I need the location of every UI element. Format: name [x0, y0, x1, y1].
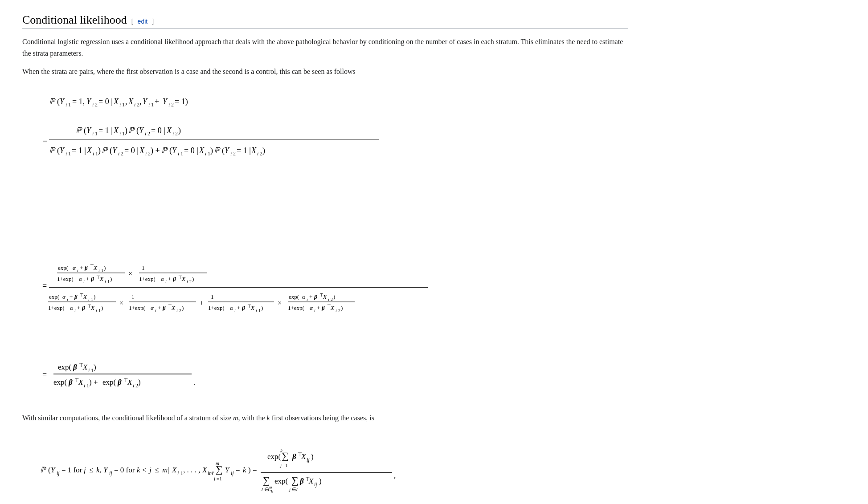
- svg-text:i: i: [256, 308, 257, 313]
- svg-text:ij: ij: [314, 481, 317, 488]
- svg-text:): ): [138, 378, 141, 386]
- svg-text:X: X: [166, 126, 172, 135]
- svg-text:2: 2: [233, 150, 236, 157]
- svg-text:= 0 |: = 0 |: [98, 97, 113, 106]
- svg-text:): ): [94, 293, 95, 300]
- svg-text:X: X: [127, 378, 132, 386]
- svg-text:1+exp(: 1+exp(: [48, 305, 65, 311]
- svg-text:+: +: [237, 305, 240, 311]
- svg-text:β: β: [292, 452, 296, 461]
- svg-text:+: +: [309, 293, 312, 300]
- svg-text:ij: ij: [109, 470, 112, 476]
- svg-text:β: β: [172, 276, 176, 282]
- svg-text:): ): [192, 276, 194, 282]
- svg-text:1: 1: [95, 130, 98, 137]
- svg-text:X: X: [323, 293, 327, 300]
- svg-text:) =: ) =: [248, 466, 257, 474]
- svg-text:i: i: [88, 367, 90, 374]
- svg-text:X: X: [86, 146, 92, 155]
- svg-text:m: m: [216, 460, 219, 466]
- svg-text:i: i: [133, 382, 134, 389]
- svg-text:Y: Y: [51, 466, 56, 474]
- svg-text:2: 2: [95, 102, 98, 108]
- svg-text:i: i: [307, 297, 308, 302]
- svg-text:ℙ: ℙ: [214, 146, 221, 155]
- svg-text:i: i: [177, 470, 179, 476]
- svg-text:j: j: [288, 487, 291, 492]
- svg-text:X: X: [251, 146, 257, 155]
- svg-text:=1: =1: [217, 476, 222, 481]
- svg-text:ij: ij: [231, 470, 234, 476]
- svg-text:i: i: [105, 279, 106, 284]
- svg-text:2: 2: [171, 102, 174, 108]
- svg-text:i: i: [230, 150, 232, 157]
- svg-text:+: +: [158, 305, 161, 311]
- svg-text:X: X: [78, 378, 83, 386]
- svg-text:1+exp(: 1+exp(: [139, 276, 156, 282]
- svg-text:exp(: exp(: [267, 452, 281, 461]
- similar-computations-paragraph: With similar computations, the condition…: [22, 412, 628, 424]
- svg-text:1+exp(: 1+exp(: [288, 305, 304, 311]
- edit-link[interactable]: edit: [138, 18, 148, 25]
- svg-text:+: +: [77, 305, 80, 311]
- svg-text:,: ,: [212, 466, 214, 474]
- svg-text:1: 1: [142, 264, 145, 271]
- svg-text:=: =: [42, 136, 47, 146]
- svg-text:ℙ: ℙ: [102, 146, 108, 155]
- svg-text:=: =: [42, 370, 47, 379]
- svg-text:α: α: [230, 305, 233, 311]
- svg-text:k: k: [271, 489, 273, 494]
- svg-text:): ): [94, 363, 96, 371]
- svg-text:β: β: [84, 264, 88, 271]
- svg-text:= 1 |: = 1 |: [72, 146, 86, 155]
- svg-text:i: i: [165, 279, 167, 284]
- svg-text:1: 1: [258, 308, 261, 313]
- svg-text:) +: ) +: [151, 146, 160, 155]
- svg-text:i: i: [178, 150, 179, 157]
- svg-text:Y: Y: [172, 146, 177, 155]
- svg-text:= 0 |: = 0 |: [184, 146, 198, 155]
- svg-text:2: 2: [179, 308, 181, 313]
- svg-text:×: ×: [278, 299, 282, 307]
- svg-text:i: i: [145, 130, 146, 137]
- svg-text:β: β: [321, 305, 325, 311]
- svg-text:= 0 |: = 0 |: [151, 126, 165, 135]
- svg-text:2: 2: [338, 308, 340, 313]
- svg-text:+: +: [317, 305, 320, 311]
- svg-text:ij: ij: [307, 457, 310, 463]
- svg-text:m: m: [162, 466, 168, 474]
- svg-text:+: +: [86, 276, 89, 282]
- svg-text:X: X: [330, 305, 335, 311]
- svg-text:α: α: [161, 276, 164, 282]
- svg-text:ℙ: ℙ: [161, 146, 168, 155]
- svg-text:i: i: [74, 308, 76, 313]
- svg-text:exp(: exp(: [53, 378, 67, 386]
- edit-bracket-close: ]: [152, 18, 154, 25]
- svg-text:exp(: exp(: [274, 477, 288, 485]
- svg-text:β: β: [82, 305, 85, 311]
- svg-text:i: i: [145, 150, 147, 157]
- svg-text:2: 2: [147, 130, 150, 137]
- svg-text:X: X: [172, 466, 177, 474]
- svg-text:+: +: [80, 264, 83, 271]
- svg-text:1: 1: [211, 293, 214, 300]
- svg-text:α: α: [79, 276, 82, 282]
- svg-text:1+exp(: 1+exp(: [208, 305, 225, 311]
- svg-text:X: X: [113, 126, 119, 135]
- svg-text:X: X: [171, 305, 176, 311]
- svg-text:2: 2: [331, 297, 333, 302]
- svg-text:α: α: [302, 293, 306, 300]
- svg-text:) +: ) +: [89, 378, 98, 386]
- svg-text:J: J: [261, 487, 263, 492]
- svg-text:1: 1: [98, 308, 101, 313]
- svg-text:Y: Y: [103, 466, 108, 474]
- svg-text:i: i: [155, 308, 156, 313]
- svg-text:i: i: [84, 382, 85, 389]
- svg-text:ℙ: ℙ: [49, 146, 56, 155]
- svg-text:1: 1: [131, 293, 135, 300]
- svg-text:ℙ: ℙ: [128, 126, 135, 135]
- svg-text:exp(: exp(: [102, 378, 116, 386]
- svg-text:i: i: [66, 150, 67, 157]
- svg-text:i: i: [187, 279, 188, 284]
- svg-text:X: X: [181, 276, 186, 282]
